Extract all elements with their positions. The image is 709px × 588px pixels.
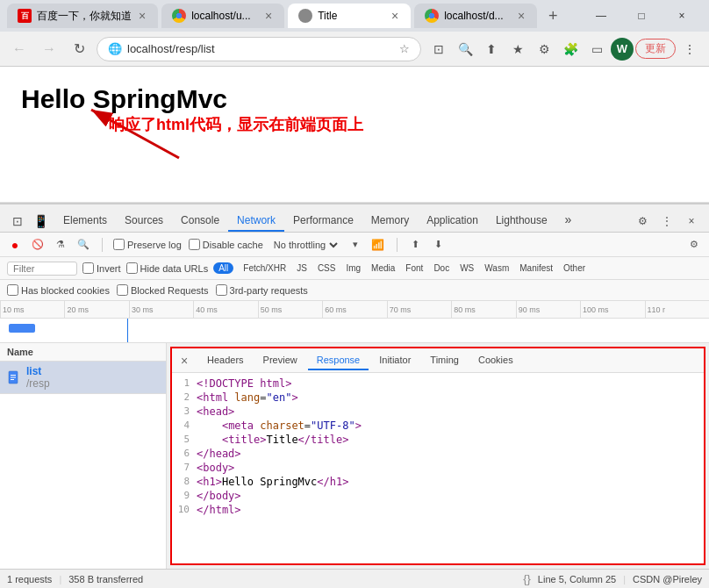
filter-fetch-xhr[interactable]: Fetch/XHR: [239, 262, 290, 274]
filter-wasm[interactable]: Wasm: [480, 262, 513, 274]
line-num-7: 7: [172, 462, 197, 474]
filter-font[interactable]: Font: [401, 262, 427, 274]
menu-button[interactable]: ⋮: [677, 37, 702, 61]
tab-localhost-u[interactable]: localhost/u... ×: [161, 4, 284, 28]
has-blocked-cookies-input[interactable]: [7, 284, 18, 296]
network-row-list[interactable]: list /resp: [0, 362, 166, 394]
tab-network[interactable]: Network: [228, 211, 284, 232]
third-party-input[interactable]: [216, 284, 227, 296]
reload-button[interactable]: ↻: [67, 37, 91, 61]
devtools-device-icon[interactable]: 📱: [30, 211, 51, 232]
wifi-icon[interactable]: 📶: [370, 237, 386, 253]
transferred-size: 358 B transferred: [68, 574, 143, 584]
filter-manifest[interactable]: Manifest: [515, 262, 557, 274]
resp-tab-timing[interactable]: Timing: [421, 351, 468, 370]
export-icon[interactable]: ⬇: [431, 237, 447, 253]
filter-doc[interactable]: Doc: [429, 262, 454, 274]
invert-input[interactable]: [82, 262, 94, 274]
url-text: localhost/resp/list: [127, 42, 394, 55]
hide-data-checkbox[interactable]: Hide data URLs: [126, 262, 209, 274]
devtools-inspect-icon[interactable]: ⊡: [7, 211, 28, 232]
url-bar[interactable]: 🌐 localhost/resp/list ☆: [97, 37, 421, 61]
extensions-button[interactable]: 🧩: [558, 37, 583, 61]
resp-tab-response[interactable]: Response: [308, 351, 369, 370]
star-button[interactable]: ★: [505, 37, 530, 61]
tab-localhost-d[interactable]: localhost/d... ×: [414, 4, 537, 28]
record-icon[interactable]: ●: [7, 237, 23, 253]
address-bar: ← → ↻ 🌐 localhost/resp/list ☆ ⊡ 🔍 ⬆ ★ ⚙ …: [0, 32, 709, 67]
update-button[interactable]: 更新: [635, 39, 676, 59]
tab-application[interactable]: Application: [418, 211, 487, 232]
devtools-more-icon[interactable]: ⋮: [656, 211, 677, 232]
throttle-select[interactable]: No throttling: [270, 239, 340, 251]
blocked-requests-checkbox[interactable]: Blocked Requests: [117, 284, 209, 296]
forward-button[interactable]: →: [37, 37, 61, 61]
tab-baidu[interactable]: 百 百度一下，你就知道 ×: [7, 4, 158, 28]
tab-memory[interactable]: Memory: [362, 211, 418, 232]
response-close-button[interactable]: ×: [175, 352, 193, 369]
requests-count: 1 requests: [7, 574, 52, 584]
tab-more[interactable]: »: [556, 209, 581, 232]
tab-close-baidu[interactable]: ×: [137, 9, 147, 23]
filter-media[interactable]: Media: [367, 262, 399, 274]
code-line-8: 8 <h1>Hello SpringMvc</h1>: [172, 475, 704, 489]
filter-js[interactable]: JS: [292, 262, 312, 274]
disable-cache-checkbox[interactable]: Disable cache: [189, 239, 263, 250]
tab-close-title[interactable]: ×: [390, 9, 400, 23]
import-icon[interactable]: ⬆: [408, 237, 424, 253]
blocked-requests-input[interactable]: [117, 284, 128, 296]
disable-cache-input[interactable]: [189, 239, 200, 250]
network-settings-icon[interactable]: ⚙: [686, 237, 702, 253]
filter-input[interactable]: [7, 262, 77, 276]
hide-data-label: Hide data URLs: [140, 263, 209, 274]
filter-icon[interactable]: ⚗: [53, 237, 68, 253]
tab-performance[interactable]: Performance: [284, 211, 362, 232]
minimize-button[interactable]: —: [581, 4, 621, 28]
resp-tab-preview[interactable]: Preview: [254, 351, 306, 370]
search-icon[interactable]: 🔍: [75, 237, 91, 253]
preserve-log-checkbox[interactable]: Preserve log: [113, 239, 182, 250]
doc-icon: [7, 370, 21, 384]
share-button[interactable]: ⬆: [479, 37, 504, 61]
third-party-checkbox[interactable]: 3rd-party requests: [216, 284, 308, 296]
close-button[interactable]: ×: [662, 4, 702, 28]
tab-sources[interactable]: Sources: [116, 211, 172, 232]
tab-console[interactable]: Console: [172, 211, 228, 232]
tab-close-localhost-u[interactable]: ×: [263, 9, 274, 23]
filter-all-tag[interactable]: All: [213, 262, 233, 274]
sidebar-button[interactable]: ▭: [584, 37, 609, 61]
tab-lighthouse[interactable]: Lighthouse: [487, 211, 556, 232]
invert-checkbox[interactable]: Invert: [82, 262, 121, 274]
devtools-settings-icon[interactable]: ⚙: [632, 211, 653, 232]
toolbar-sep-1: [102, 238, 103, 252]
tick-100ms: 100 ms: [580, 301, 644, 318]
timeline-bar-blue: [9, 324, 35, 333]
maximize-button[interactable]: □: [621, 4, 662, 28]
screenshot-button[interactable]: 🔍: [453, 37, 477, 61]
resp-tab-initiator[interactable]: Initiator: [370, 351, 419, 370]
filter-css[interactable]: CSS: [313, 262, 340, 274]
throttle-down-icon[interactable]: ▾: [347, 237, 363, 253]
preserve-log-input[interactable]: [113, 239, 125, 250]
back-button[interactable]: ←: [7, 37, 32, 61]
filter-other[interactable]: Other: [559, 262, 590, 274]
devtools-close-icon[interactable]: ×: [681, 211, 702, 232]
hide-data-input[interactable]: [126, 262, 138, 274]
cast-button[interactable]: ⊡: [426, 37, 451, 61]
resp-tab-cookies[interactable]: Cookies: [469, 351, 522, 370]
bookmark-icon[interactable]: ☆: [399, 42, 410, 55]
resp-tab-headers[interactable]: Headers: [198, 351, 253, 370]
network-body: Name list /resp: [0, 343, 709, 569]
tab-elements[interactable]: Elements: [54, 211, 116, 232]
has-blocked-cookies-checkbox[interactable]: Has blocked cookies: [7, 284, 110, 296]
tab-title[interactable]: Title ×: [288, 4, 411, 28]
profile-avatar[interactable]: W: [611, 38, 634, 61]
filter-ws[interactable]: WS: [455, 262, 478, 274]
cookies-bar: Has blocked cookies Blocked Requests 3rd…: [0, 280, 709, 301]
settings-button[interactable]: ⚙: [532, 37, 556, 61]
new-tab-button[interactable]: +: [541, 4, 565, 28]
clear-icon[interactable]: 🚫: [30, 237, 46, 253]
filter-img[interactable]: Img: [341, 262, 365, 274]
browser-window: 百 百度一下，你就知道 × localhost/u... × Title × l…: [0, 0, 709, 588]
tab-close-localhost-d[interactable]: ×: [516, 9, 526, 23]
